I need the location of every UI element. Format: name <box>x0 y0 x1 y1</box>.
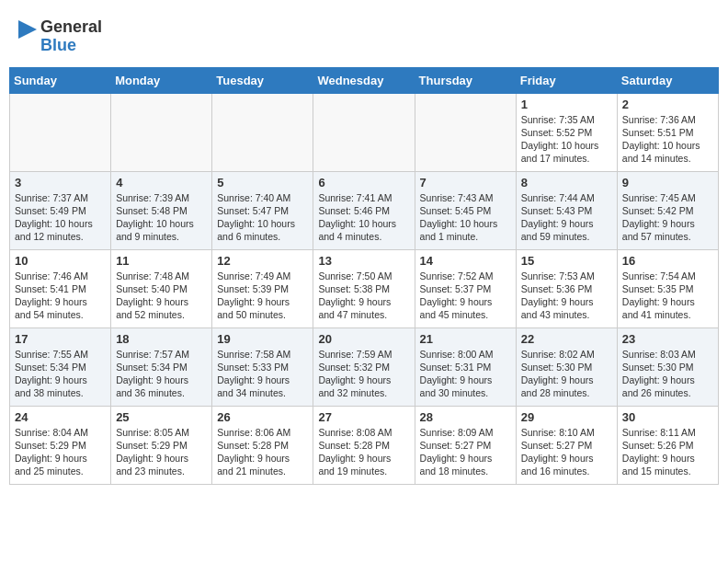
logo: General Blue <box>18 18 102 55</box>
day-number: 30 <box>622 410 713 424</box>
weekday-header-saturday: Saturday <box>617 67 718 93</box>
calendar-week-row: 24Sunrise: 8:04 AM Sunset: 5:29 PM Dayli… <box>10 406 719 484</box>
calendar-cell: 9Sunrise: 7:45 AM Sunset: 5:42 PM Daylig… <box>617 171 718 249</box>
weekday-header-wednesday: Wednesday <box>313 67 415 93</box>
calendar-cell: 6Sunrise: 7:41 AM Sunset: 5:46 PM Daylig… <box>313 171 415 249</box>
day-info: Sunrise: 7:45 AM Sunset: 5:42 PM Dayligh… <box>622 191 713 244</box>
calendar-cell: 19Sunrise: 7:58 AM Sunset: 5:33 PM Dayli… <box>212 327 313 406</box>
day-info: Sunrise: 7:49 AM Sunset: 5:39 PM Dayligh… <box>217 270 308 322</box>
day-info: Sunrise: 7:57 AM Sunset: 5:34 PM Dayligh… <box>116 348 207 400</box>
day-info: Sunrise: 7:46 AM Sunset: 5:41 PM Dayligh… <box>15 270 106 322</box>
day-info: Sunrise: 8:06 AM Sunset: 5:28 PM Dayligh… <box>217 426 308 478</box>
calendar-week-row: 3Sunrise: 7:37 AM Sunset: 5:49 PM Daylig… <box>10 171 719 249</box>
day-info: Sunrise: 8:04 AM Sunset: 5:29 PM Dayligh… <box>15 426 106 478</box>
day-number: 26 <box>217 410 308 424</box>
calendar-cell: 5Sunrise: 7:40 AM Sunset: 5:47 PM Daylig… <box>212 171 313 249</box>
day-number: 6 <box>318 176 409 190</box>
calendar-cell: 10Sunrise: 7:46 AM Sunset: 5:41 PM Dayli… <box>10 249 111 327</box>
day-info: Sunrise: 7:44 AM Sunset: 5:43 PM Dayligh… <box>521 191 612 244</box>
calendar-cell: 30Sunrise: 8:11 AM Sunset: 5:26 PM Dayli… <box>617 406 718 484</box>
day-info: Sunrise: 7:54 AM Sunset: 5:35 PM Dayligh… <box>622 270 713 322</box>
day-info: Sunrise: 7:35 AM Sunset: 5:52 PM Dayligh… <box>521 113 612 166</box>
page-header: General Blue <box>9 9 719 60</box>
day-info: Sunrise: 8:08 AM Sunset: 5:28 PM Dayligh… <box>318 426 409 478</box>
calendar-cell: 29Sunrise: 8:10 AM Sunset: 5:27 PM Dayli… <box>516 406 617 484</box>
day-number: 1 <box>521 98 612 111</box>
calendar-cell: 1Sunrise: 7:35 AM Sunset: 5:52 PM Daylig… <box>516 93 617 171</box>
day-info: Sunrise: 7:41 AM Sunset: 5:46 PM Dayligh… <box>318 191 409 244</box>
day-number: 11 <box>116 254 207 268</box>
day-info: Sunrise: 8:11 AM Sunset: 5:26 PM Dayligh… <box>622 426 713 478</box>
calendar-cell: 7Sunrise: 7:43 AM Sunset: 5:45 PM Daylig… <box>415 171 516 249</box>
day-info: Sunrise: 7:58 AM Sunset: 5:33 PM Dayligh… <box>217 348 308 400</box>
day-number: 7 <box>420 176 511 190</box>
logo-triangle-icon <box>18 20 37 53</box>
day-number: 15 <box>521 254 612 268</box>
day-info: Sunrise: 7:55 AM Sunset: 5:34 PM Dayligh… <box>15 348 106 400</box>
day-info: Sunrise: 8:03 AM Sunset: 5:30 PM Dayligh… <box>622 348 713 400</box>
calendar-week-row: 10Sunrise: 7:46 AM Sunset: 5:41 PM Dayli… <box>10 249 719 327</box>
calendar-week-row: 17Sunrise: 7:55 AM Sunset: 5:34 PM Dayli… <box>10 327 719 406</box>
day-number: 23 <box>622 332 713 346</box>
calendar-cell: 25Sunrise: 8:05 AM Sunset: 5:29 PM Dayli… <box>111 406 212 484</box>
calendar-cell: 18Sunrise: 7:57 AM Sunset: 5:34 PM Dayli… <box>111 327 212 406</box>
day-number: 17 <box>15 332 106 346</box>
calendar-cell: 15Sunrise: 7:53 AM Sunset: 5:36 PM Dayli… <box>516 249 617 327</box>
day-number: 28 <box>420 410 511 424</box>
calendar-cell: 3Sunrise: 7:37 AM Sunset: 5:49 PM Daylig… <box>10 171 111 249</box>
day-info: Sunrise: 7:39 AM Sunset: 5:48 PM Dayligh… <box>116 191 207 244</box>
day-info: Sunrise: 7:48 AM Sunset: 5:40 PM Dayligh… <box>116 270 207 322</box>
day-info: Sunrise: 7:43 AM Sunset: 5:45 PM Dayligh… <box>420 191 511 244</box>
day-number: 27 <box>318 410 409 424</box>
day-info: Sunrise: 7:52 AM Sunset: 5:37 PM Dayligh… <box>420 270 511 322</box>
calendar-week-row: 1Sunrise: 7:35 AM Sunset: 5:52 PM Daylig… <box>10 93 719 171</box>
calendar-cell: 21Sunrise: 8:00 AM Sunset: 5:31 PM Dayli… <box>415 327 516 406</box>
weekday-header-sunday: Sunday <box>10 67 111 93</box>
day-number: 18 <box>116 332 207 346</box>
day-number: 3 <box>15 176 106 190</box>
calendar-cell <box>313 93 415 171</box>
calendar-cell: 20Sunrise: 7:59 AM Sunset: 5:32 PM Dayli… <box>313 327 415 406</box>
calendar-cell: 2Sunrise: 7:36 AM Sunset: 5:51 PM Daylig… <box>617 93 718 171</box>
calendar-cell: 8Sunrise: 7:44 AM Sunset: 5:43 PM Daylig… <box>516 171 617 249</box>
logo-blue-text: Blue <box>40 37 102 55</box>
calendar-cell <box>10 93 111 171</box>
calendar-cell: 4Sunrise: 7:39 AM Sunset: 5:48 PM Daylig… <box>111 171 212 249</box>
day-number: 19 <box>217 332 308 346</box>
weekday-header-thursday: Thursday <box>415 67 516 93</box>
weekday-header-tuesday: Tuesday <box>212 67 313 93</box>
day-info: Sunrise: 7:53 AM Sunset: 5:36 PM Dayligh… <box>521 270 612 322</box>
calendar-cell: 27Sunrise: 8:08 AM Sunset: 5:28 PM Dayli… <box>313 406 415 484</box>
day-info: Sunrise: 8:10 AM Sunset: 5:27 PM Dayligh… <box>521 426 612 478</box>
weekday-header-monday: Monday <box>111 67 212 93</box>
weekday-header-friday: Friday <box>516 67 617 93</box>
logo-general-text: General <box>40 18 102 37</box>
day-number: 24 <box>15 410 106 424</box>
calendar-cell <box>111 93 212 171</box>
day-info: Sunrise: 7:37 AM Sunset: 5:49 PM Dayligh… <box>15 191 106 244</box>
day-number: 5 <box>217 176 308 190</box>
calendar-cell: 11Sunrise: 7:48 AM Sunset: 5:40 PM Dayli… <box>111 249 212 327</box>
day-info: Sunrise: 7:50 AM Sunset: 5:38 PM Dayligh… <box>318 270 409 322</box>
calendar-cell: 23Sunrise: 8:03 AM Sunset: 5:30 PM Dayli… <box>617 327 718 406</box>
day-info: Sunrise: 8:02 AM Sunset: 5:30 PM Dayligh… <box>521 348 612 400</box>
logo-text: General Blue <box>40 18 102 55</box>
day-info: Sunrise: 7:59 AM Sunset: 5:32 PM Dayligh… <box>318 348 409 400</box>
calendar-cell: 17Sunrise: 7:55 AM Sunset: 5:34 PM Dayli… <box>10 327 111 406</box>
calendar-table: SundayMondayTuesdayWednesdayThursdayFrid… <box>9 67 719 485</box>
day-number: 25 <box>116 410 207 424</box>
day-number: 13 <box>318 254 409 268</box>
day-number: 8 <box>521 176 612 190</box>
day-info: Sunrise: 8:00 AM Sunset: 5:31 PM Dayligh… <box>420 348 511 400</box>
calendar-header-row: SundayMondayTuesdayWednesdayThursdayFrid… <box>10 67 719 93</box>
day-number: 9 <box>622 176 713 190</box>
day-info: Sunrise: 8:09 AM Sunset: 5:27 PM Dayligh… <box>420 426 511 478</box>
calendar-cell: 26Sunrise: 8:06 AM Sunset: 5:28 PM Dayli… <box>212 406 313 484</box>
calendar-cell <box>212 93 313 171</box>
day-number: 29 <box>521 410 612 424</box>
day-number: 12 <box>217 254 308 268</box>
calendar-cell: 14Sunrise: 7:52 AM Sunset: 5:37 PM Dayli… <box>415 249 516 327</box>
day-number: 20 <box>318 332 409 346</box>
day-number: 2 <box>622 98 713 111</box>
day-info: Sunrise: 7:40 AM Sunset: 5:47 PM Dayligh… <box>217 191 308 244</box>
